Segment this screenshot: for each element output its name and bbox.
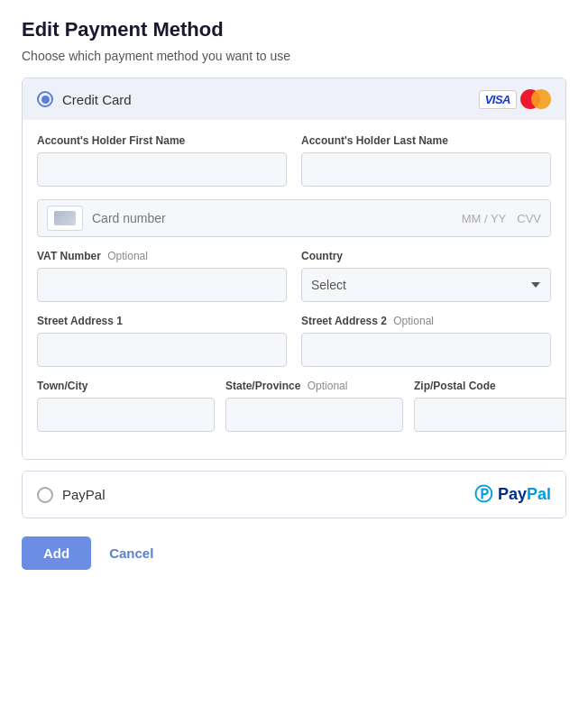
- town-label: Town/City: [37, 380, 215, 392]
- town-state-zip-row: Town/City State/Province Optional Zip/Po…: [37, 380, 551, 432]
- paypal-icon-p: Ⓟ: [474, 482, 492, 507]
- button-row: Add Cancel: [22, 536, 566, 570]
- mm-yy-label: MM / YY: [462, 212, 507, 225]
- paypal-wordmark: PayPal: [498, 485, 551, 504]
- vat-label: VAT Number Optional: [37, 250, 287, 262]
- country-select[interactable]: Select: [301, 268, 551, 302]
- page-subtitle: Choose which payment method you want to …: [22, 49, 566, 63]
- card-logos: VISA: [479, 89, 551, 109]
- card-number-row: MM / YY CVV: [37, 199, 551, 237]
- credit-card-option: Credit Card VISA Account's Holder First …: [22, 78, 566, 460]
- credit-card-radio[interactable]: [37, 91, 53, 107]
- state-label: State/Province Optional: [225, 380, 403, 392]
- zip-label: Zip/Postal Code: [414, 380, 566, 392]
- credit-card-header[interactable]: Credit Card VISA: [23, 78, 565, 120]
- zip-input[interactable]: [414, 398, 566, 432]
- country-group: Country Select: [301, 250, 551, 302]
- paypal-radio[interactable]: [37, 487, 53, 503]
- first-name-label: Account's Holder First Name: [37, 134, 287, 147]
- street1-input[interactable]: [37, 333, 287, 367]
- mastercard-logo: [520, 89, 551, 109]
- street1-label: Street Address 1: [37, 315, 287, 327]
- card-extras: MM / YY CVV: [462, 212, 541, 225]
- card-icon: [47, 206, 83, 231]
- town-group: Town/City: [37, 380, 215, 432]
- cancel-button[interactable]: Cancel: [109, 545, 153, 561]
- name-row: Account's Holder First Name Account's Ho…: [37, 134, 551, 187]
- street2-input[interactable]: [301, 333, 551, 367]
- card-icon-inner: [54, 211, 76, 225]
- add-button[interactable]: Add: [22, 536, 91, 570]
- credit-card-form: Account's Holder First Name Account's Ho…: [23, 120, 565, 459]
- credit-card-text: Credit Card: [62, 92, 132, 107]
- vat-group: VAT Number Optional: [37, 250, 287, 302]
- card-number-input[interactable]: [92, 211, 453, 225]
- vat-input[interactable]: [37, 268, 287, 302]
- state-group: State/Province Optional: [225, 380, 403, 432]
- cvv-label: CVV: [517, 212, 541, 225]
- country-select-wrapper: Select: [301, 268, 551, 302]
- street1-group: Street Address 1: [37, 315, 287, 367]
- vat-country-row: VAT Number Optional Country Select: [37, 250, 551, 302]
- credit-card-label: Credit Card: [37, 91, 132, 107]
- last-name-group: Account's Holder Last Name: [301, 134, 551, 187]
- paypal-option: PayPal Ⓟ PayPal: [22, 471, 566, 518]
- street2-group: Street Address 2 Optional: [301, 315, 551, 367]
- last-name-label: Account's Holder Last Name: [301, 134, 551, 147]
- first-name-group: Account's Holder First Name: [37, 134, 287, 187]
- mc-right-circle: [531, 89, 551, 109]
- town-input[interactable]: [37, 398, 215, 432]
- street2-label: Street Address 2 Optional: [301, 315, 551, 327]
- paypal-text: PayPal: [62, 487, 106, 502]
- paypal-logo: Ⓟ PayPal: [474, 482, 551, 507]
- last-name-input[interactable]: [301, 152, 551, 187]
- street-address-row: Street Address 1 Street Address 2 Option…: [37, 315, 551, 367]
- country-label: Country: [301, 250, 551, 262]
- visa-logo: VISA: [479, 90, 517, 109]
- paypal-label: PayPal: [37, 487, 106, 503]
- zip-group: Zip/Postal Code: [414, 380, 566, 432]
- state-input[interactable]: [225, 398, 403, 432]
- first-name-input[interactable]: [37, 152, 287, 187]
- page-title: Edit Payment Method: [22, 18, 566, 41]
- paypal-header[interactable]: PayPal Ⓟ PayPal: [23, 472, 565, 518]
